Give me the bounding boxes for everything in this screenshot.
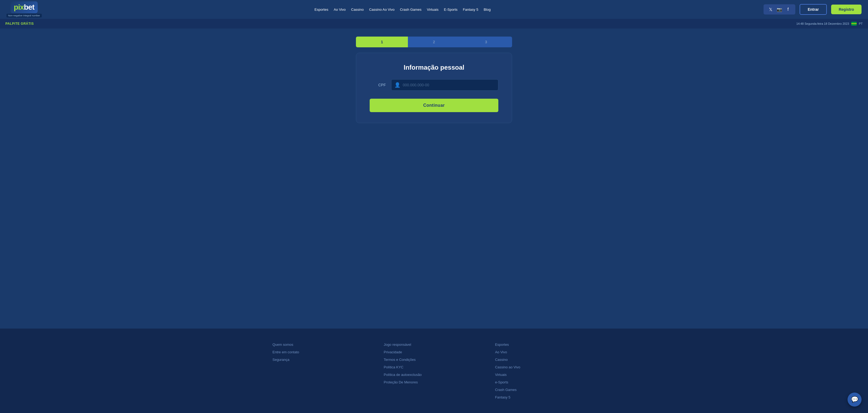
footer-fantasy5[interactable]: Fantasy 5 <box>495 395 595 400</box>
logo-text: pixbet <box>14 3 34 11</box>
nav-virtuais[interactable]: Virtuais <box>427 7 439 11</box>
footer-cassino[interactable]: Cassino <box>495 357 595 362</box>
continuar-button[interactable]: Continuar <box>370 99 498 112</box>
footer-politica-autoexclusao[interactable]: Política de autoexclusão <box>384 372 484 377</box>
footer-crash-games[interactable]: Crash Games <box>495 387 595 392</box>
cpf-input-wrapper: 👤 <box>391 79 498 91</box>
registro-button[interactable]: Registro <box>831 5 862 14</box>
footer-seguranca[interactable]: Segurança <box>273 357 373 362</box>
header-right: 𝕏 📷 f Entrar Registro <box>764 4 862 15</box>
nav-cassino-ao-vivo[interactable]: Cassino Ao Vivo <box>369 7 395 11</box>
nav-blog[interactable]: Blog <box>484 7 491 11</box>
step-tabs: 1 2 3 <box>356 37 512 47</box>
footer-protecao-menores[interactable]: Proteção De Menores <box>384 380 484 384</box>
footer-col-2: Jogo responsável Privacidade Termos e Co… <box>384 342 484 400</box>
nav-ao-vivo[interactable]: Ao Vivo <box>334 7 346 11</box>
footer-col-3: Esportes Ao Vivo Cassino Cassino ao Vivo… <box>495 342 595 400</box>
cpf-icon: 👤 <box>395 82 400 88</box>
nav-esportes[interactable]: Esportes <box>314 7 328 11</box>
main-nav: Esportes Ao Vivo Cassino Cassino Ao Vivo… <box>314 7 491 11</box>
step-tab-1[interactable]: 1 <box>356 37 408 47</box>
footer: Quem somos Entre em contato Segurança Jo… <box>0 329 868 413</box>
main-content: 1 2 3 Informação pessoal CPF 👤 Continuar <box>0 29 868 329</box>
form-title: Informação pessoal <box>370 64 498 71</box>
flag-icon <box>851 22 857 26</box>
date-lang-area: 14:48 Segunda-feira 18 Dezembro 2023 PT <box>796 22 863 26</box>
nav-fantasy5[interactable]: Fantasy 5 <box>463 7 478 11</box>
footer-e-sports[interactable]: e-Sports <box>495 380 595 384</box>
footer-col-1: Quem somos Entre em contato Segurança <box>273 342 373 400</box>
facebook-icon[interactable]: f <box>785 6 791 12</box>
footer-virtuais[interactable]: Virtuais <box>495 372 595 377</box>
form-card: Informação pessoal CPF 👤 Continuar <box>356 53 512 123</box>
footer-privacidade[interactable]: Privacidade <box>384 349 484 354</box>
footer-cassino-ao-vivo[interactable]: Cassino ao Vivo <box>495 365 595 370</box>
nav-cassino[interactable]: Cassino <box>351 7 364 11</box>
footer-ao-vivo[interactable]: Ao Vivo <box>495 349 595 354</box>
twitter-icon[interactable]: 𝕏 <box>768 6 774 12</box>
entrar-button[interactable]: Entrar <box>800 4 827 15</box>
footer-esportes[interactable]: Esportes <box>495 342 595 347</box>
datetime-text: 14:48 Segunda-feira 18 Dezembro 2023 <box>796 22 849 25</box>
footer-quem-somos[interactable]: Quem somos <box>273 342 373 347</box>
cpf-row: CPF 👤 <box>370 79 498 91</box>
nav-crash-games[interactable]: Crash Games <box>400 7 421 11</box>
cpf-input[interactable] <box>391 79 498 91</box>
footer-politica-kyc[interactable]: Política KYC <box>384 365 484 370</box>
footer-entre-em-contato[interactable]: Entre em contato <box>273 349 373 354</box>
logo-tagline: Non-negative integral number <box>6 14 42 18</box>
instagram-icon[interactable]: 📷 <box>776 6 782 12</box>
footer-jogo-responsavel[interactable]: Jogo responsável <box>384 342 484 347</box>
logo[interactable]: pixbet <box>10 1 37 13</box>
nav-e-sports[interactable]: E-Sports <box>444 7 458 11</box>
footer-grid: Quem somos Entre em contato Segurança Jo… <box>273 342 595 400</box>
header: pixbet Non-negative integral number Espo… <box>0 0 868 19</box>
social-icons: 𝕏 📷 f <box>764 4 795 14</box>
step-tab-3[interactable]: 3 <box>460 37 512 47</box>
footer-termos[interactable]: Termos e Condições <box>384 357 484 362</box>
step-tab-2[interactable]: 2 <box>408 37 460 47</box>
logo-area: pixbet Non-negative integral number <box>6 1 42 18</box>
lang-label[interactable]: PT <box>859 22 863 25</box>
top-bar: PALPITE GRÁTIS 14:48 Segunda-feira 18 De… <box>0 19 868 29</box>
chat-button[interactable]: 💬 <box>847 392 862 407</box>
cpf-label: CPF <box>370 83 386 87</box>
palpite-gratis-label: PALPITE GRÁTIS <box>5 22 34 26</box>
